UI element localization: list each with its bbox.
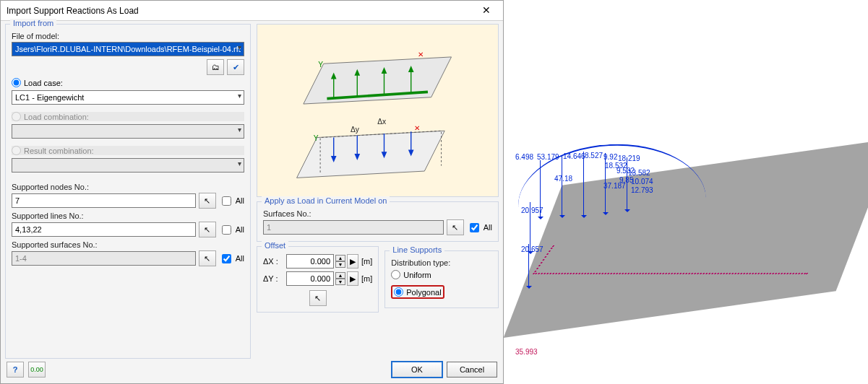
apply-surfaces-input[interactable] [263, 220, 444, 235]
svg-text:Δx: Δx [378, 118, 387, 126]
result-combination-label: Result combination: [24, 147, 94, 155]
titlebar[interactable]: Import Support Reactions As Load ✕ [1, 1, 503, 21]
spin-up-icon[interactable]: ▲ [335, 255, 345, 261]
supported-nodes-all-checkbox[interactable] [222, 196, 231, 206]
viewport-value-pink: 35.993 [515, 348, 538, 356]
offset-dy-input[interactable] [286, 271, 334, 286]
spin-up-icon[interactable]: ▲ [335, 272, 345, 279]
result-combination-radio [12, 146, 21, 155]
viewport-value: 10.074 [631, 178, 653, 186]
pointer-icon: ↖ [204, 196, 210, 206]
supported-surfaces-all-checkbox[interactable] [222, 254, 231, 263]
pointer-icon: ↖ [314, 294, 321, 303]
supported-lines-label: Supported lines No.: [12, 211, 244, 220]
supported-lines-input[interactable] [12, 222, 196, 237]
distribution-type-label: Distribution type: [391, 258, 492, 267]
load-combination-label: Load combination: [24, 113, 89, 121]
svg-marker-12 [297, 131, 445, 178]
cancel-button[interactable]: Cancel [447, 362, 497, 378]
viewport-value: 8.527 [585, 152, 603, 160]
model-viewport[interactable]: 6.498 53.179 14.646 8.527 9.92 18.219 18… [504, 0, 868, 384]
offset-unit: [m] [361, 274, 372, 283]
viewport-value: 20.657 [521, 245, 543, 253]
pick-offset-button[interactable]: ↖ [309, 290, 327, 306]
offset-dx-input[interactable] [286, 254, 334, 269]
units-icon: 0.00 [30, 366, 43, 373]
load-case-label: Load case: [24, 79, 63, 87]
import-from-legend: Import from [10, 19, 56, 27]
dialog-title: Import Support Reactions As Load [7, 6, 474, 16]
all-label: All [236, 225, 244, 234]
accept-button[interactable]: ✔ [227, 59, 244, 75]
apply-on-legend: Apply as Load in Current Model on [262, 196, 390, 205]
apply-surfaces-label: Surfaces No.: [263, 209, 492, 218]
svg-text:✕: ✕ [418, 51, 424, 58]
pick-apply-surfaces-button[interactable]: ↖ [447, 219, 464, 235]
browse-button[interactable]: 🗂 [207, 59, 224, 75]
units-button[interactable]: 0.00 [28, 362, 46, 378]
viewport-arrow [583, 152, 584, 217]
viewport-arrow [562, 155, 562, 217]
spin-down-icon[interactable]: ▼ [335, 261, 345, 268]
offset-legend: Offset [262, 241, 288, 250]
load-combination-radio [12, 112, 21, 121]
supported-surfaces-input[interactable] [12, 251, 196, 266]
viewport-value: 6.498 [515, 153, 533, 161]
viewport-value: 47.18 [554, 175, 572, 183]
help-icon: ? [13, 365, 18, 374]
supported-nodes-input[interactable] [12, 193, 196, 208]
polygonal-label: Polygonal [406, 288, 441, 297]
apply-surfaces-all-checkbox[interactable] [470, 223, 479, 232]
supported-nodes-label: Supported nodes No.: [12, 183, 244, 191]
file-path-input[interactable] [12, 42, 244, 56]
offset-unit: [m] [361, 257, 372, 266]
folder-icon: 🗂 [212, 63, 220, 71]
file-of-model-label: File of model: [12, 32, 244, 40]
supported-lines-all-checkbox[interactable] [222, 225, 231, 235]
svg-text:Y: Y [314, 134, 319, 142]
pointer-icon: ↖ [204, 254, 210, 263]
viewport-value: 9.92 [603, 153, 617, 161]
uniform-radio[interactable] [391, 270, 400, 279]
load-case-radio[interactable] [12, 78, 21, 87]
pointer-icon: ↖ [204, 225, 210, 235]
svg-marker-0 [304, 57, 452, 104]
import-support-reactions-dialog: Import Support Reactions As Load ✕ Impor… [0, 0, 504, 384]
result-combination-select [12, 158, 244, 173]
all-label: All [236, 254, 244, 263]
arrow-right-icon[interactable]: ▶ [347, 271, 358, 286]
polygonal-radio[interactable] [394, 287, 403, 297]
pick-surfaces-button[interactable]: ↖ [199, 250, 216, 266]
preview-image: ✕ Y Δx Δy ✕ Y [257, 24, 499, 197]
offset-dy-label: ΔY : [263, 274, 283, 283]
all-label: All [484, 223, 492, 232]
uniform-label: Uniform [403, 271, 431, 279]
viewport-value: 14.646 [563, 152, 585, 160]
viewport-value: 37.187 [603, 182, 626, 190]
load-case-select[interactable] [12, 90, 244, 105]
svg-text:✕: ✕ [415, 124, 421, 132]
arrow-right-icon[interactable]: ▶ [347, 254, 358, 269]
spin-down-icon[interactable]: ▼ [335, 279, 345, 285]
svg-text:Y: Y [319, 61, 324, 69]
supported-surfaces-label: Supported surfaces No.: [12, 240, 244, 249]
viewport-value: 53.179 [537, 153, 559, 161]
close-icon[interactable]: ✕ [474, 4, 499, 18]
ok-button[interactable]: OK [392, 362, 442, 378]
load-combination-select [12, 124, 244, 139]
check-icon: ✔ [233, 63, 239, 72]
svg-text:Δy: Δy [351, 126, 360, 134]
pick-lines-button[interactable]: ↖ [199, 222, 216, 237]
viewport-value: 12.793 [631, 186, 653, 194]
pointer-icon: ↖ [452, 223, 458, 232]
viewport-value: 20.957 [521, 206, 543, 214]
pick-nodes-button[interactable]: ↖ [199, 193, 216, 209]
offset-dx-label: ΔX : [263, 257, 283, 266]
help-button[interactable]: ? [7, 362, 24, 378]
all-label: All [236, 196, 244, 205]
line-supports-legend: Line Supports [390, 245, 444, 254]
